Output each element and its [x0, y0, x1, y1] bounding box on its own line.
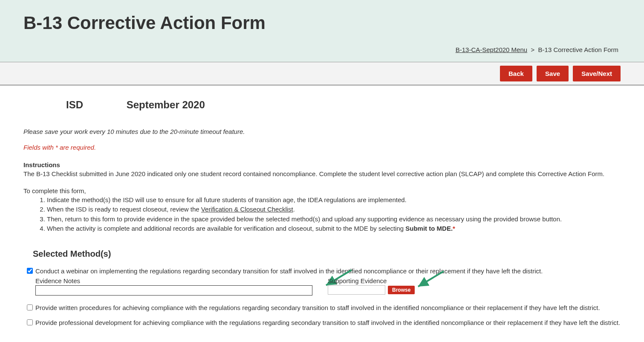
method-1-checkbox[interactable] — [27, 268, 33, 274]
step-2-post: . — [293, 206, 295, 213]
evidence-notes-input[interactable] — [35, 285, 312, 296]
page-title: B-13 Corrective Action Form — [23, 13, 621, 33]
method-2-checkbox[interactable] — [27, 304, 33, 310]
file-display — [328, 285, 385, 295]
browse-button[interactable]: Browse — [388, 286, 415, 294]
evidence-block: Evidence Notes Supporting Evidence Brows… — [35, 277, 621, 296]
method-2-label-wrap[interactable]: Provide written procedures for achieving… — [27, 303, 621, 312]
evidence-notes-label: Evidence Notes — [35, 277, 312, 284]
instructions-body: The B-13 Checklist submitted in June 202… — [23, 169, 621, 179]
evidence-notes-col: Evidence Notes — [35, 277, 312, 296]
method-row-2: Provide written procedures for achieving… — [27, 303, 621, 312]
breadcrumb-separator: > — [531, 46, 534, 53]
method-2-label: Provide written procedures for achieving… — [35, 303, 600, 312]
method-1-label-wrap[interactable]: Conduct a webinar on implementing the re… — [27, 267, 621, 275]
file-upload-wrap: Browse — [328, 285, 415, 295]
step-3: Then, return to this form to provide evi… — [47, 214, 621, 224]
step-2: When the ISD is ready to request closeou… — [47, 205, 621, 214]
verification-checklist-link[interactable]: Verification & Closeout Checklist — [201, 206, 293, 213]
toolbar: Back Save Save/Next — [0, 62, 644, 85]
step-4-bold: Submit to MDE. — [405, 225, 453, 232]
required-fields-note: Fields with * are required. — [23, 144, 621, 151]
step-4-star: * — [453, 225, 455, 232]
save-button[interactable]: Save — [537, 66, 569, 81]
sub-header: ISD September 2020 — [66, 99, 621, 111]
supporting-evidence-label: Supporting Evidence — [328, 277, 415, 284]
breadcrumb: B-13-CA-Sept2020 Menu > B-13 Corrective … — [23, 46, 621, 53]
method-row-1: Conduct a webinar on implementing the re… — [27, 267, 621, 296]
method-row-3: Provide professional development for ach… — [27, 318, 621, 327]
breadcrumb-current: B-13 Corrective Action Form — [538, 46, 618, 53]
method-3-label: Provide professional development for ach… — [35, 318, 620, 327]
step-4-pre: When the activity is complete and additi… — [47, 225, 405, 232]
content: ISD September 2020 Please save your work… — [0, 85, 644, 342]
step-4: When the activity is complete and additi… — [47, 224, 621, 234]
supporting-evidence-col: Supporting Evidence Browse — [328, 277, 415, 295]
method-3-checkbox[interactable] — [27, 319, 33, 325]
step-2-pre: When the ISD is ready to request closeou… — [47, 206, 201, 213]
instructions-title: Instructions — [23, 161, 621, 168]
isd-label: ISD — [66, 99, 124, 111]
header-band: B-13 Corrective Action Form B-13-CA-Sept… — [0, 0, 644, 62]
save-reminder: Please save your work every 10 minutes d… — [23, 128, 621, 135]
step-1: Indicate the method(s) the ISD will use … — [47, 195, 621, 205]
instructions-steps: Indicate the method(s) the ISD will use … — [47, 195, 621, 234]
back-button[interactable]: Back — [500, 66, 532, 81]
period-label: September 2020 — [127, 99, 205, 110]
save-next-button[interactable]: Save/Next — [573, 66, 621, 81]
method-3-label-wrap[interactable]: Provide professional development for ach… — [27, 318, 621, 327]
method-1-label: Conduct a webinar on implementing the re… — [35, 267, 543, 275]
instructions-lead: To complete this form, — [23, 187, 621, 194]
selected-methods-title: Selected Method(s) — [33, 249, 621, 259]
breadcrumb-link[interactable]: B-13-CA-Sept2020 Menu — [456, 46, 527, 53]
